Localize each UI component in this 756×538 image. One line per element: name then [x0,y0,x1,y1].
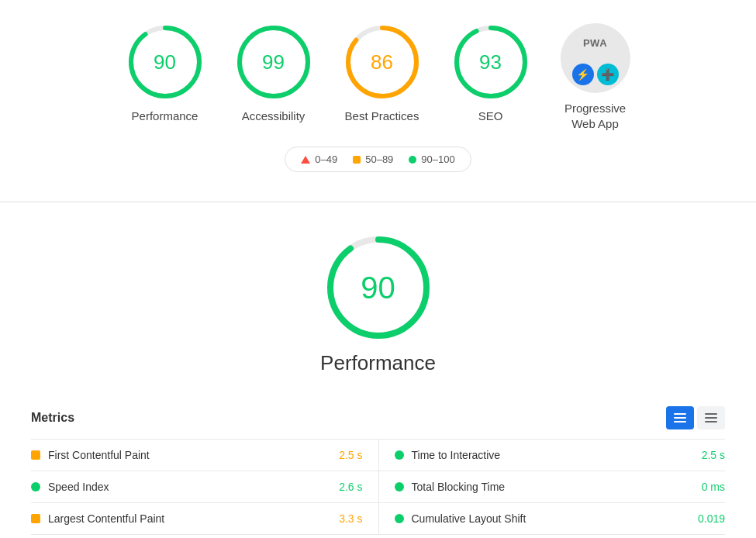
line1 [705,413,717,415]
pwa-icon-lightning: ⚡ [572,64,594,85]
lcp-value: 3.3 s [339,512,362,525]
footer-note: Values are estimated and may vary. The p… [0,535,756,538]
score-label-accessibility: Accessibility [242,109,306,124]
legend-label-average: 50–89 [365,153,393,165]
view-toggle [666,406,725,429]
tti-name: Time to Interactive [412,449,702,461]
line1 [674,413,686,415]
line2 [674,417,686,419]
fcp-value: 2.5 s [339,449,362,461]
metrics-title: Metrics [31,411,74,425]
pwa-icons: ⚡ ➕ [572,64,619,85]
fcp-indicator [31,450,40,460]
average-icon [353,156,361,164]
tbt-indicator [395,482,404,491]
tbt-value: 0 ms [702,481,725,493]
metric-si: Speed Index 2.6 s [31,471,378,503]
cls-indicator [395,514,404,523]
main-gauge: 90 [324,233,433,342]
main-score-section: 90 Performance [0,226,756,406]
metrics-section: Metrics First Contentful Pain [0,406,756,535]
pwa-text: PWA [583,37,607,49]
score-value-best-practices: 86 [371,50,393,74]
fail-icon [301,156,310,164]
cls-value: 0.019 [698,512,725,525]
section-divider [0,202,756,202]
gauge-performance: 90 [126,23,204,101]
metric-fcp: First Contentful Paint 2.5 s [31,440,378,471]
top-scores-section: 90 Performance 99 Accessibility 86 Best … [0,0,756,147]
score-label-performance: Performance [132,109,198,124]
list-icon [674,413,686,422]
metrics-header: Metrics [31,406,725,429]
metric-lcp: Largest Contentful Paint 3.3 s [31,503,378,535]
lcp-indicator [31,514,40,523]
score-value-performance: 90 [154,50,176,74]
pwa-icon-plus: ➕ [597,64,619,85]
legend-item-good: 90–100 [409,153,454,165]
tti-value: 2.5 s [702,449,725,461]
metrics-grid: First Contentful Paint 2.5 s Time to Int… [31,439,725,535]
pwa-circle: PWA ⚡ ➕ [561,23,630,93]
score-value-seo: 93 [479,50,502,74]
score-label-seo: SEO [478,109,503,124]
si-indicator [31,482,40,491]
good-icon [409,156,416,164]
detail-icon [705,413,717,422]
main-score-title: Performance [320,351,436,375]
toggle-list-view[interactable] [666,406,694,429]
line2 [705,417,717,419]
pwa-badge: PWA ⚡ ➕ [561,23,630,93]
score-item-performance: 90 Performance [126,23,204,124]
fcp-name: First Contentful Paint [48,449,339,461]
legend-item-fail: 0–49 [301,153,337,165]
line3 [705,421,717,422]
lcp-name: Largest Contentful Paint [48,512,339,525]
score-item-best-practices: 86 Best Practices [343,23,421,124]
main-score-value: 90 [361,271,395,305]
toggle-detail-view[interactable] [697,406,725,429]
si-value: 2.6 s [339,481,362,493]
tbt-name: Total Blocking Time [412,481,702,493]
legend-bar: 0–49 50–89 90–100 [285,147,471,172]
score-item-seo: 93 SEO [452,23,530,124]
metric-cls: Cumulative Layout Shift 0.019 [378,503,726,535]
cls-name: Cumulative Layout Shift [412,512,698,525]
metric-tti: Time to Interactive 2.5 s [378,440,726,471]
gauge-seo: 93 [452,23,530,101]
score-label-best-practices: Best Practices [345,109,419,124]
tti-indicator [395,450,404,460]
metric-tbt: Total Blocking Time 0 ms [378,471,726,503]
legend-item-average: 50–89 [353,153,393,165]
score-value-accessibility: 99 [262,50,285,74]
score-item-accessibility: 99 Accessibility [235,23,312,124]
gauge-accessibility: 99 [235,23,312,101]
gauge-best-practices: 86 [343,23,421,101]
legend-label-fail: 0–49 [315,153,337,165]
si-name: Speed Index [48,481,339,493]
legend-label-good: 90–100 [421,153,454,165]
line3 [674,421,686,422]
score-item-pwa: PWA ⚡ ➕ ProgressiveWeb App [561,23,630,131]
score-label-pwa: ProgressiveWeb App [564,101,626,131]
